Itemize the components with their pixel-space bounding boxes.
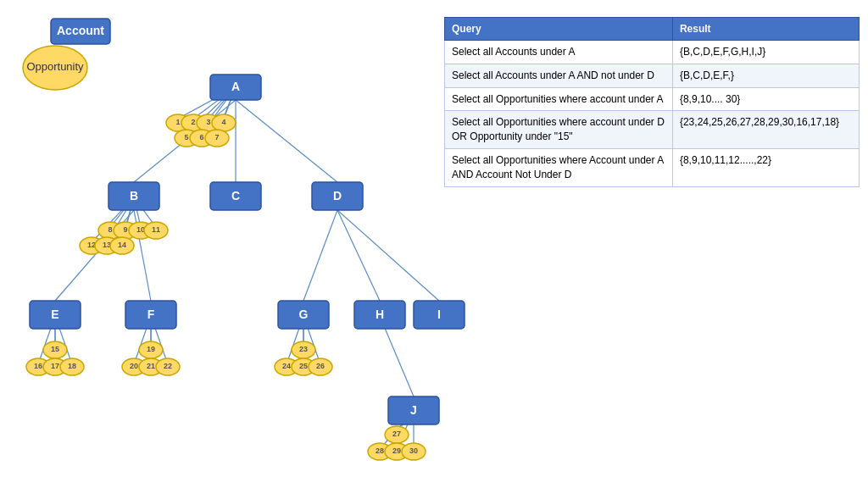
opp-21-label: 21 (147, 362, 155, 370)
opp-19-label: 19 (147, 345, 155, 353)
opp-23-label: 23 (299, 345, 308, 353)
svg-line-9 (236, 100, 337, 182)
opp-22-label: 22 (164, 362, 172, 370)
opp-24-label: 24 (282, 362, 291, 370)
node-H-label: H (376, 308, 384, 321)
opp-5-label: 5 (184, 133, 188, 141)
node-B-label: B (130, 189, 138, 202)
table-row: Select all Accounts under A{B,C,D,E,F,G,… (445, 41, 860, 64)
result-cell: {8,9,10,11,12.....,22} (672, 148, 859, 186)
query-table-container: Query Result Select all Accounts under A… (444, 17, 860, 187)
query-results-table: Query Result Select all Accounts under A… (444, 17, 860, 187)
opp-6-label: 6 (199, 133, 203, 141)
table-row: Select all Opportunities where account u… (445, 111, 860, 149)
table-row: Select all Opportunities where Account u… (445, 148, 860, 186)
opp-4-label: 4 (221, 118, 225, 126)
col-query-header: Query (445, 18, 673, 41)
opp-16-label: 16 (34, 362, 42, 370)
legend-account-label: Account (57, 24, 104, 37)
opp-3-label: 3 (206, 118, 210, 126)
opp-14-label: 14 (118, 241, 126, 249)
opp-20-label: 20 (130, 362, 138, 370)
tree-diagram: Account Opportunity (0, 0, 475, 488)
opp-28-label: 28 (376, 446, 384, 455)
main-container: Account Opportunity (0, 0, 868, 488)
result-cell: {B,C,D,E,F,} (672, 64, 859, 87)
node-I-label: I (437, 308, 441, 321)
opp-25-label: 25 (299, 362, 308, 370)
node-D-label: D (333, 189, 342, 202)
opp-8-label: 8 (108, 225, 112, 234)
legend-opp-label: Opportunity (26, 60, 84, 73)
opp-17-label: 17 (51, 362, 59, 370)
query-cell: Select all Opportunities where account u… (445, 87, 673, 111)
opp-30-label: 30 (409, 446, 418, 455)
opp-7-label: 7 (214, 133, 219, 141)
query-cell: Select all Accounts under A (445, 41, 673, 64)
result-cell: {23,24,25,26,27,28,29,30,16,17,18} (672, 111, 859, 149)
opp-9-label: 9 (123, 225, 127, 234)
col-result-header: Result (672, 18, 859, 41)
svg-line-29 (337, 210, 439, 301)
query-cell: Select all Opportunities where account u… (445, 111, 673, 149)
svg-line-27 (303, 210, 337, 301)
opp-2-label: 2 (191, 118, 195, 126)
opp-18-label: 18 (68, 362, 76, 370)
node-J-label: J (410, 403, 417, 417)
node-C-label: C (231, 189, 240, 202)
opp-26-label: 26 (316, 362, 325, 370)
opp-1-label: 1 (175, 118, 180, 126)
result-cell: {8,9,10.... 30} (672, 87, 859, 111)
node-E-label: E (51, 308, 58, 321)
opp-29-label: 29 (392, 446, 401, 455)
opp-15-label: 15 (51, 345, 59, 353)
query-cell: Select all Accounts under A AND not unde… (445, 64, 673, 87)
result-cell: {B,C,D,E,F,G,H,I,J} (672, 41, 859, 64)
node-A-label: A (231, 80, 240, 93)
svg-line-28 (337, 210, 380, 301)
table-row: Select all Opportunities where account u… (445, 87, 860, 111)
query-cell: Select all Opportunities where Account u… (445, 148, 673, 186)
table-row: Select all Accounts under A AND not unde… (445, 64, 860, 87)
node-F-label: F (147, 308, 155, 321)
opp-27-label: 27 (392, 430, 401, 438)
node-G-label: G (299, 308, 309, 321)
opp-11-label: 11 (152, 225, 160, 234)
